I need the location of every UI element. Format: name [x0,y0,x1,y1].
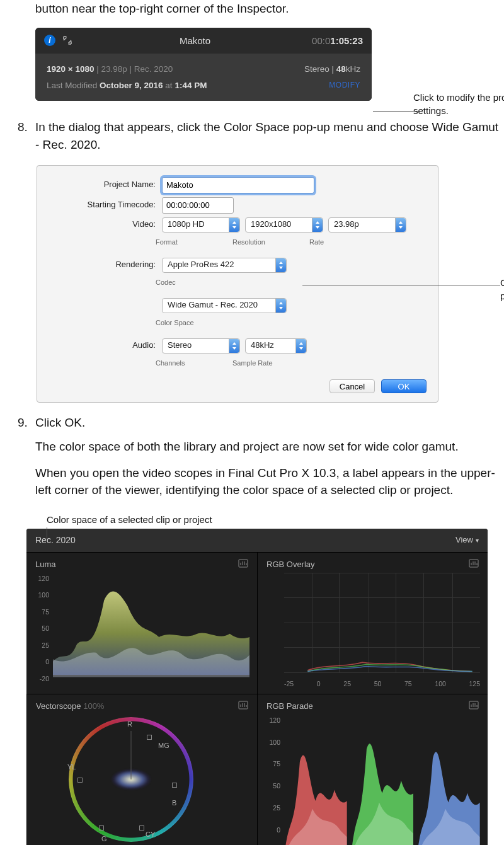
tick: 25 [32,641,49,650]
sublabel-format: Format [156,238,232,248]
sublabel-sample-rate: Sample Rate [232,359,273,369]
stepper-icon [295,339,306,353]
video-rate-value: 23.98p [334,219,359,231]
settings-dialog-figure: Project Name: Starting Timecode: Video: … [37,165,504,403]
stepper-icon [275,299,286,313]
info-icon[interactable]: i [44,35,55,46]
callout-leader [47,527,47,541]
starting-timecode-input[interactable] [162,197,234,214]
tick: 100 [263,738,280,747]
rgb-overlay-x-axis: -25 0 25 50 75 100 125 [284,679,480,689]
hue-g: G [101,834,107,844]
modify-link[interactable]: MODIFY [329,80,360,91]
label-audio: Audio: [49,340,162,352]
video-spec: 1920 × 1080 | 23.98p | Rec. 2020 [47,63,173,76]
rgb-overlay-scope: RGB Overlay [257,552,488,694]
hue-marker [172,783,177,788]
codec-select[interactable]: Apple ProRes 422 [162,258,287,273]
hue-yl: YL [67,762,76,773]
tick: 120 [32,574,49,583]
rgb-overlay-plot [284,573,480,672]
parade-green [351,715,414,845]
step-9-para-1: The color space of both the library and … [0,438,504,456]
audio-label: Stereo | [304,64,336,74]
rgb-parade-title: RGB Parade [266,701,313,713]
video-resolution: 1920 × 1080 [47,64,94,74]
video-resolution-select[interactable]: 1920x1080 [245,217,323,233]
label-starting-timecode: Starting Timecode: [49,199,162,211]
parade-plot [284,715,480,845]
audio-rate-num: 48 [336,64,346,74]
hue-marker [99,825,104,831]
tick: 120 [263,716,280,725]
video-rate-select[interactable]: 23.98p [328,217,406,233]
color-space-select[interactable]: Wide Gamut - Rec. 2020 [162,298,287,313]
scope-settings-icon[interactable] [238,559,248,572]
tick: 50 [374,679,382,689]
hue-marker [147,735,152,740]
hue-r: R [127,720,132,730]
audio-rate-select[interactable]: 48kHz [245,338,307,354]
audio-channels-value: Stereo [168,340,192,352]
vectorscope-title-wrap: Vectorscope 100% [36,701,104,713]
video-meta-rest: | 23.98p | Rec. 2020 [94,64,173,74]
audio-rate-unit: kHz [346,64,360,74]
timecode-dim: 00:0 [312,35,330,46]
audio-spec: Stereo | 48kHz [304,63,360,76]
luma-scope: Luma 120 100 75 50 25 0 -20 [26,552,257,694]
inspector-row-video: 1920 × 1080 | 23.98p | Rec. 2020 Stereo … [47,61,360,78]
callout-leader [302,285,500,285]
tick: 100 [32,590,49,600]
inspector-row-modified: Last Modified October 9, 2016 at 1:44 PM… [47,78,360,94]
sublabel-channels: Channels [156,359,232,369]
last-modified-time: 1:44 PM [175,81,207,90]
vectorscope-title: Vectorscope [36,701,81,711]
inspector-figure: i Makoto 00:01:05:23 1920 × 1080 | 23.98… [35,28,504,101]
tick: 100 [435,679,446,689]
label-rendering: Rendering: [49,259,162,271]
intro-fragment: button near the top-right corner of the … [0,0,504,18]
cancel-button[interactable]: Cancel [329,379,375,393]
scopes-header: Rec. 2020 View▾ [26,529,488,551]
video-format-select[interactable]: 1080p HD [162,217,240,233]
video-resolution-value: 1920x1080 [251,219,291,231]
tick: -25 [284,679,294,689]
step-9-number: 9. [18,414,28,432]
inspector-title: Makoto [78,34,312,48]
color-space-value: Wide Gamut - Rec. 2020 [168,299,258,311]
tick: 0 [317,679,321,689]
audio-rate-value: 48kHz [251,340,274,352]
tick: -20 [32,674,49,684]
callout-color-space: Color Space pop-up menu [500,276,504,304]
rgb-parade-scope: RGB Parade 120 100 75 50 25 0 -20 Red Gr… [257,694,488,845]
timecode-bright: 1:05:23 [330,35,363,46]
step-8-number: 8. [18,118,28,136]
luma-y-axis: 120 100 75 50 25 0 -20 [32,574,49,684]
scope-settings-icon[interactable] [469,559,479,572]
callout-leader [373,111,418,112]
last-modified-prefix: Last Modified [47,81,100,90]
last-modified-date: October 9, 2016 [100,81,163,90]
parade-red [284,715,347,845]
chevron-down-icon: ▾ [476,537,479,544]
last-modified: Last Modified October 9, 2016 at 1:44 PM [47,79,207,92]
step-9-para-2: When you open the video scopes in Final … [0,464,504,499]
audio-channels-select[interactable]: Stereo [162,338,240,354]
fit-icon[interactable] [62,35,73,46]
stepper-icon [275,258,286,272]
scope-color-space-label: Rec. 2020 [35,534,76,546]
tick: 50 [32,624,49,633]
tick: 0 [263,825,280,835]
hue-marker [77,778,83,783]
scopes-view-menu[interactable]: View▾ [455,534,479,546]
ok-button[interactable]: OK [381,379,427,393]
tick: 25 [343,679,351,689]
hue-mg: MG [158,741,169,751]
stepper-icon [395,218,406,232]
project-name-input[interactable] [162,177,314,193]
label-video: Video: [49,219,162,231]
inspector-panel: i Makoto 00:01:05:23 1920 × 1080 | 23.98… [35,28,372,101]
scope-settings-icon[interactable] [469,701,479,713]
scope-settings-icon[interactable] [238,701,248,713]
luma-title: Luma [35,559,56,571]
